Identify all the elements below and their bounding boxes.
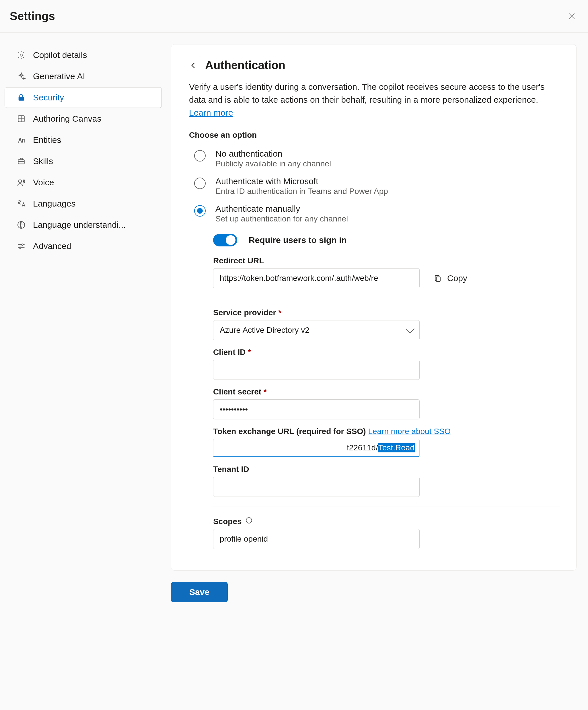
require-signin-label: Require users to sign in xyxy=(249,235,347,245)
scopes-field: Scopes xyxy=(213,517,560,549)
client-secret-input[interactable] xyxy=(213,399,420,419)
sidebar-item-entities[interactable]: Entities xyxy=(5,130,162,150)
page-header: Settings xyxy=(0,0,588,33)
radio-button[interactable] xyxy=(194,150,206,162)
manual-settings: Require users to sign in Redirect URL Co… xyxy=(213,234,560,549)
service-provider-label: Service provider xyxy=(213,308,276,317)
close-button[interactable] xyxy=(566,10,578,22)
scopes-label: Scopes xyxy=(213,517,242,526)
sidebar-item-authoring-canvas[interactable]: Authoring Canvas xyxy=(5,109,162,129)
authentication-panel: Authentication Verify a user's identity … xyxy=(171,44,577,571)
token-exchange-value-prefix: f22611d/ xyxy=(347,443,378,452)
sidebar-item-label: Authoring Canvas xyxy=(33,114,101,124)
option-subtitle: Publicly available in any channel xyxy=(215,159,331,168)
briefcase-icon xyxy=(16,156,26,166)
lock-icon xyxy=(16,93,26,102)
token-exchange-input[interactable]: f22611d/Test.Read xyxy=(213,439,420,457)
scopes-input[interactable] xyxy=(213,529,420,549)
required-indicator: * xyxy=(264,387,267,396)
sidebar-item-copilot-details[interactable]: Copilot details xyxy=(5,45,162,65)
sidebar-item-skills[interactable]: Skills xyxy=(5,151,162,171)
required-indicator: * xyxy=(278,308,281,317)
learn-more-link[interactable]: Learn more xyxy=(189,108,233,117)
panel-description-text: Verify a user's identity during a conver… xyxy=(189,82,545,104)
client-id-label: Client ID xyxy=(213,348,246,357)
translate-icon xyxy=(16,199,26,209)
sidebar-item-label: Skills xyxy=(33,156,53,166)
tenant-id-label: Tenant ID xyxy=(213,465,560,474)
option-authenticate-manually[interactable]: Authenticate manually Set up authenticat… xyxy=(194,200,560,228)
client-secret-label: Client secret xyxy=(213,387,261,396)
svg-point-6 xyxy=(19,247,21,249)
client-secret-field: Client secret * xyxy=(213,387,560,419)
token-exchange-value-selection: Test.Read xyxy=(378,443,415,452)
back-button[interactable] xyxy=(189,61,197,70)
choose-option-label: Choose an option xyxy=(189,131,560,140)
svg-point-3 xyxy=(19,180,22,183)
voice-icon xyxy=(16,178,26,187)
gear-icon xyxy=(16,50,26,60)
redirect-url-field: Redirect URL Copy xyxy=(213,256,560,288)
svg-point-5 xyxy=(22,244,23,245)
info-icon[interactable] xyxy=(245,517,253,526)
option-subtitle: Entra ID authentication in Teams and Pow… xyxy=(215,187,388,196)
panel-title: Authentication xyxy=(205,59,285,72)
sidebar-item-voice[interactable]: Voice xyxy=(5,172,162,193)
service-provider-field: Service provider * xyxy=(213,308,560,340)
sidebar-item-label: Languages xyxy=(33,199,75,209)
text-icon xyxy=(16,135,26,145)
divider xyxy=(213,506,560,507)
svg-point-0 xyxy=(20,54,22,56)
option-title: Authenticate manually xyxy=(215,204,348,214)
save-button[interactable]: Save xyxy=(171,582,228,602)
token-exchange-field: Token exchange URL (required for SSO) Le… xyxy=(213,427,560,457)
auth-options: No authentication Publicly available in … xyxy=(194,145,560,228)
grid-icon xyxy=(16,114,26,124)
option-subtitle: Set up authentication for any channel xyxy=(215,214,348,223)
sidebar-item-language-understanding[interactable]: Language understandi... xyxy=(5,215,162,235)
copy-label: Copy xyxy=(447,274,467,283)
sidebar-item-label: Security xyxy=(33,93,64,102)
redirect-url-label: Redirect URL xyxy=(213,256,560,265)
sidebar-item-label: Copilot details xyxy=(33,50,87,60)
radio-button[interactable] xyxy=(194,178,206,189)
client-id-input[interactable] xyxy=(213,360,420,380)
sidebar-item-security[interactable]: Security xyxy=(5,87,162,108)
option-title: No authentication xyxy=(215,149,331,159)
sliders-icon xyxy=(16,241,26,251)
sidebar-item-label: Voice xyxy=(33,178,54,187)
option-no-authentication[interactable]: No authentication Publicly available in … xyxy=(194,145,560,172)
redirect-url-input[interactable] xyxy=(213,268,420,288)
require-signin-row: Require users to sign in xyxy=(213,234,560,246)
required-indicator: * xyxy=(248,348,251,357)
main-column: Authentication Verify a user's identity … xyxy=(171,44,577,602)
sso-learn-more-link[interactable]: Learn more about SSO xyxy=(368,427,451,436)
copy-button[interactable]: Copy xyxy=(433,274,467,283)
tenant-id-field: Tenant ID xyxy=(213,465,560,497)
sidebar-item-label: Entities xyxy=(33,135,61,145)
token-exchange-label: Token exchange URL (required for SSO) xyxy=(213,427,368,436)
sidebar-item-label: Generative AI xyxy=(33,71,85,81)
service-provider-select[interactable] xyxy=(213,320,420,340)
radio-button[interactable] xyxy=(194,205,206,217)
svg-rect-7 xyxy=(436,277,440,281)
panel-header: Authentication xyxy=(189,59,560,72)
sidebar-item-advanced[interactable]: Advanced xyxy=(5,236,162,257)
sparkle-icon xyxy=(16,71,26,81)
client-id-field: Client ID * xyxy=(213,348,560,380)
chevron-left-icon xyxy=(189,61,197,70)
close-icon xyxy=(567,12,577,21)
sidebar: Copilot details Generative AI Security A… xyxy=(5,44,165,257)
option-title: Authenticate with Microsoft xyxy=(215,176,388,186)
footer-actions: Save xyxy=(171,582,577,602)
copy-icon xyxy=(433,274,442,283)
require-signin-toggle[interactable] xyxy=(213,234,237,246)
sidebar-item-label: Advanced xyxy=(33,241,71,251)
tenant-id-input[interactable] xyxy=(213,477,420,497)
globe-icon xyxy=(16,220,26,230)
option-authenticate-microsoft[interactable]: Authenticate with Microsoft Entra ID aut… xyxy=(194,172,560,200)
sidebar-item-generative-ai[interactable]: Generative AI xyxy=(5,66,162,87)
page-title: Settings xyxy=(10,10,55,23)
sidebar-item-label: Language understandi... xyxy=(33,220,126,230)
sidebar-item-languages[interactable]: Languages xyxy=(5,193,162,214)
